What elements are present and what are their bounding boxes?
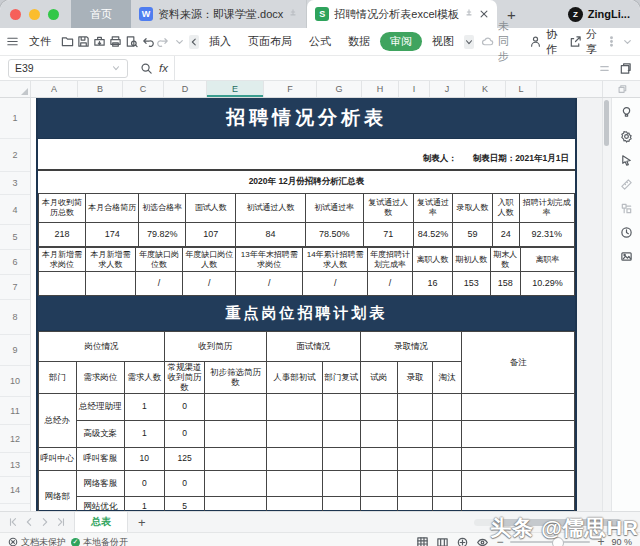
cell[interactable]: 试岗 xyxy=(360,362,398,394)
cell[interactable]: 年度缺口岗位人数 xyxy=(183,248,236,272)
settings-gear-icon[interactable] xyxy=(620,130,633,143)
cell[interactable]: 59 xyxy=(453,223,493,247)
cell[interactable] xyxy=(432,393,461,420)
cell[interactable] xyxy=(205,470,267,496)
cell[interactable] xyxy=(360,393,398,420)
cell-dept[interactable]: 呼叫中心 xyxy=(39,447,77,470)
cell[interactable]: 0 xyxy=(164,420,204,447)
cell[interactable]: 174 xyxy=(86,223,139,247)
cell[interactable] xyxy=(462,470,575,496)
row-header-14[interactable]: 14 xyxy=(0,477,30,504)
page-layout-view-icon[interactable] xyxy=(456,536,469,546)
row-header-5[interactable]: 5 xyxy=(0,225,30,250)
column-header-b[interactable]: B xyxy=(78,81,123,97)
task-pane-icon[interactable] xyxy=(619,62,632,75)
cell[interactable] xyxy=(86,272,136,296)
cell[interactable]: 期末人数 xyxy=(490,248,520,272)
cell[interactable]: 部门 xyxy=(39,362,77,394)
cell[interactable]: 84.52% xyxy=(413,223,453,247)
row-header-2[interactable]: 2 xyxy=(0,139,30,172)
cell[interactable]: 入职人数 xyxy=(492,194,519,223)
menu-view[interactable]: 视图 xyxy=(425,32,461,51)
cell[interactable]: / xyxy=(236,272,303,296)
cell[interactable]: / xyxy=(368,272,413,296)
cell[interactable]: 本月合格简历 xyxy=(86,194,139,223)
column-header-l[interactable]: L xyxy=(506,81,537,97)
view-dropdown-button[interactable] xyxy=(464,35,474,49)
tab-spreadsheet-active[interactable]: S 招聘情况分析表excel模板 xyxy=(307,0,497,28)
cell[interactable] xyxy=(432,470,461,496)
pin-icon[interactable] xyxy=(288,9,298,19)
row-header-9[interactable]: 9 xyxy=(0,335,30,366)
menu-data[interactable]: 数据 xyxy=(341,32,377,51)
toolbar-more-chevron-icon[interactable] xyxy=(173,35,186,48)
cell[interactable] xyxy=(266,447,322,470)
cell[interactable] xyxy=(360,447,398,470)
column-header-h[interactable]: H xyxy=(362,81,399,97)
menu-insert[interactable]: 插入 xyxy=(202,32,238,51)
cell[interactable] xyxy=(462,447,575,470)
column-header-e-selected[interactable]: E xyxy=(207,81,264,97)
cell[interactable]: 92.31% xyxy=(519,223,574,247)
row-header-4[interactable]: 4 xyxy=(0,195,30,225)
share-button[interactable]: 分享 xyxy=(565,25,602,59)
assistant-icon[interactable] xyxy=(620,106,633,119)
row-header-8[interactable]: 8 xyxy=(0,300,30,335)
cell[interactable] xyxy=(432,420,461,447)
cell[interactable]: 0 xyxy=(164,393,204,420)
cell[interactable]: 本月新增需求岗位 xyxy=(39,248,86,272)
hamburger-menu-icon[interactable] xyxy=(6,35,19,48)
cell[interactable]: 71 xyxy=(363,223,413,247)
column-header-k[interactable]: K xyxy=(465,81,506,97)
add-sheet-button[interactable]: + xyxy=(128,515,156,530)
zoom-search-icon[interactable] xyxy=(140,62,153,75)
cell[interactable]: 离职率 xyxy=(520,248,574,272)
cell[interactable]: 常规渠道收到简历数 xyxy=(164,362,204,394)
cell[interactable] xyxy=(323,447,361,470)
cell[interactable]: / xyxy=(183,272,236,296)
cell[interactable]: 13年年末招聘需求岗位 xyxy=(236,248,303,272)
row-header-3[interactable]: 3 xyxy=(0,172,30,195)
redo-icon[interactable] xyxy=(157,35,170,48)
cell[interactable]: 初试通过人数 xyxy=(236,194,306,223)
cell[interactable]: 初步筛选简历数 xyxy=(205,362,267,394)
cell[interactable] xyxy=(398,470,433,496)
namebox-dropdown-icon[interactable] xyxy=(111,63,121,73)
cell[interactable]: 218 xyxy=(39,223,86,247)
column-header-c[interactable]: C xyxy=(123,81,164,97)
monthly-summary-subtitle-row[interactable]: 2020年 12月份招聘分析汇总表 xyxy=(38,171,575,193)
cell[interactable]: 初试通过率 xyxy=(305,194,363,223)
cell[interactable] xyxy=(205,393,267,420)
row-header-11[interactable]: 11 xyxy=(0,397,30,425)
row-header-12[interactable]: 12 xyxy=(0,425,30,453)
cell[interactable]: 1 xyxy=(124,393,164,420)
normal-view-icon[interactable] xyxy=(416,536,429,546)
cell[interactable] xyxy=(205,447,267,470)
menu-formulas[interactable]: 公式 xyxy=(302,32,338,51)
cell[interactable] xyxy=(462,393,575,420)
cell[interactable]: 10 xyxy=(124,447,164,470)
cell[interactable]: 本月收到简历总数 xyxy=(39,194,86,223)
undo-icon[interactable] xyxy=(141,35,154,48)
tab-document[interactable]: W 资料来源：即课学堂.docx xyxy=(131,0,307,28)
cell[interactable] xyxy=(39,272,86,296)
column-header-f[interactable]: F xyxy=(264,81,317,97)
cell[interactable]: 125 xyxy=(164,447,204,470)
select-all-corner[interactable] xyxy=(0,81,31,97)
cell[interactable]: 0 xyxy=(164,470,204,496)
cell[interactable] xyxy=(360,470,398,496)
cell[interactable]: 录取 xyxy=(398,362,433,394)
sheet-options-corner[interactable] xyxy=(602,81,640,97)
ruler-icon[interactable] xyxy=(620,178,633,191)
local-backup-status[interactable]: ✓ 本地备份开 xyxy=(71,536,128,546)
cell[interactable]: 需求人数 xyxy=(124,362,164,394)
next-sheet-icon[interactable] xyxy=(40,517,50,527)
column-header-d[interactable]: D xyxy=(164,81,207,97)
cell-dept[interactable]: 总经办 xyxy=(39,393,77,447)
export-icon[interactable] xyxy=(93,35,106,48)
cell[interactable]: 淘汰 xyxy=(432,362,461,394)
selection-pane-icon[interactable] xyxy=(620,202,633,215)
cell[interactable]: 14年累计招聘需求人数 xyxy=(303,248,368,272)
column-header-j[interactable]: J xyxy=(430,81,465,97)
cell[interactable]: 复试通过率 xyxy=(413,194,453,223)
